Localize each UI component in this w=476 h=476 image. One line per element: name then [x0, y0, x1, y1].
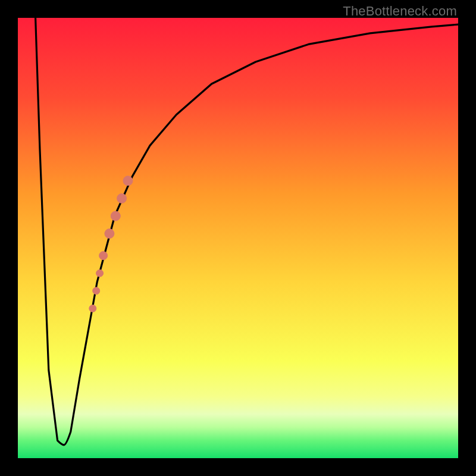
marker-dot — [89, 305, 96, 312]
watermark-text: TheBottleneck.com — [343, 4, 457, 19]
highlight-markers — [89, 176, 133, 312]
outer-frame: TheBottleneck.com — [0, 0, 476, 476]
marker-dot — [99, 252, 108, 260]
marker-dot — [105, 229, 114, 239]
bottleneck-curve — [36, 18, 458, 445]
marker-dot — [93, 287, 100, 295]
plot-area — [18, 18, 458, 458]
marker-dot — [117, 193, 127, 203]
marker-dot — [96, 270, 104, 277]
marker-dot — [123, 176, 133, 186]
marker-dot — [111, 211, 120, 221]
chart-svg — [18, 18, 458, 458]
